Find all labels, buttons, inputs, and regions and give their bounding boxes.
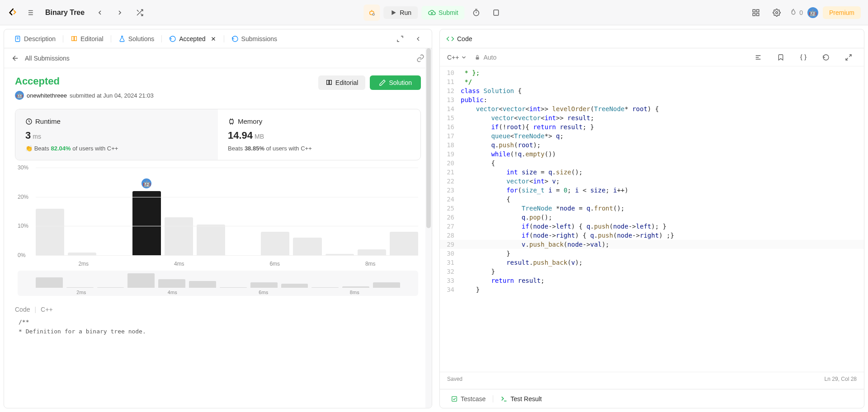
- all-submissions-link[interactable]: All Submissions: [25, 55, 70, 62]
- code-line[interactable]: 18 q.push(root);: [440, 140, 864, 150]
- minimap-bar: [66, 287, 94, 288]
- chart-bar[interactable]: [293, 238, 321, 255]
- debug-button[interactable]: [363, 5, 380, 21]
- tab-solutions[interactable]: Solutions: [114, 33, 159, 45]
- collapse-left-icon[interactable]: [410, 31, 426, 47]
- chart-bar[interactable]: [197, 225, 225, 255]
- back-arrow-icon[interactable]: [11, 54, 19, 62]
- code-line[interactable]: 22 vector<int> v;: [440, 177, 864, 186]
- code-line[interactable]: 20 {: [440, 159, 864, 168]
- code-line[interactable]: 24 {: [440, 195, 864, 204]
- tab-submissions[interactable]: Submissions: [227, 33, 282, 45]
- code-line[interactable]: 15 vector<vector<int>> result;: [440, 113, 864, 122]
- history-icon: [169, 35, 176, 42]
- maximize-icon[interactable]: [392, 31, 408, 47]
- editorial-button[interactable]: Editorial: [318, 75, 366, 90]
- chart-bar[interactable]: 🤖: [132, 191, 161, 255]
- premium-button[interactable]: Premium: [823, 6, 861, 19]
- topbar-left: Binary Tree: [7, 5, 148, 21]
- memory-card[interactable]: Memory 14.94MB Beats 38.85% of users wit…: [218, 109, 420, 160]
- code-line[interactable]: 30 }: [440, 249, 864, 258]
- code-line[interactable]: 32 }: [440, 267, 864, 276]
- prev-problem-icon[interactable]: [92, 5, 108, 21]
- minimap-xlabels: 2ms4ms6ms8ms: [36, 290, 400, 295]
- reset-icon[interactable]: [818, 49, 834, 66]
- cloud-upload-icon: [428, 9, 436, 17]
- chart-bar[interactable]: [261, 232, 289, 255]
- braces-icon[interactable]: [795, 49, 811, 66]
- settings-icon[interactable]: [769, 5, 785, 21]
- code-line[interactable]: 31 result.push_back(v);: [440, 258, 864, 267]
- accepted-meta: 🤖 onewhitethreee submitted at Jun 04, 20…: [15, 91, 154, 100]
- code-line[interactable]: 17 queue<TreeNode*> q;: [440, 131, 864, 140]
- auto-label[interactable]: Auto: [474, 54, 496, 61]
- code-line[interactable]: 14 vector<vector<int>> levelOrder(TreeNo…: [440, 104, 864, 113]
- submitted-at: submitted at Jun 04, 2024 21:03: [70, 92, 154, 99]
- language-select[interactable]: C++: [447, 54, 467, 61]
- tab-editorial[interactable]: Editorial: [66, 33, 108, 45]
- layout-icon[interactable]: [748, 5, 764, 21]
- line-number: 23: [440, 186, 461, 195]
- code-line[interactable]: 16 if(!root){ return result; }: [440, 122, 864, 131]
- code-line[interactable]: 34 }: [440, 285, 864, 294]
- check-square-icon: [451, 395, 458, 403]
- line-number: 22: [440, 177, 461, 186]
- problem-list-icon[interactable]: [22, 5, 38, 21]
- leetcode-logo[interactable]: [7, 7, 18, 18]
- editorial-button-label: Editorial: [335, 79, 359, 86]
- svg-rect-42: [452, 396, 457, 401]
- code-editor[interactable]: 10 * };11 */12class Solution {13public:1…: [440, 66, 864, 372]
- solution-button[interactable]: Solution: [370, 75, 421, 90]
- code-line[interactable]: 10 * };: [440, 68, 864, 77]
- streak[interactable]: 0: [789, 9, 803, 17]
- tab-description[interactable]: Description: [9, 33, 60, 45]
- share-icon[interactable]: [416, 54, 425, 62]
- code-line[interactable]: 28 if(node->right) { q.push(node->right)…: [440, 231, 864, 240]
- code-panel-title: Code: [457, 35, 472, 42]
- username[interactable]: onewhitethreee: [27, 92, 67, 99]
- code-line[interactable]: 25 TreeNode *node = q.front();: [440, 204, 864, 213]
- line-number: 33: [440, 276, 461, 285]
- tab-testcase-label: Testcase: [461, 395, 486, 403]
- timer-icon[interactable]: [468, 5, 485, 21]
- run-button[interactable]: Run: [383, 6, 418, 19]
- scrollbar[interactable]: [425, 48, 432, 408]
- notes-icon[interactable]: [488, 5, 505, 21]
- code-line[interactable]: 27 if(node->left) { q.push(node->left); …: [440, 222, 864, 231]
- user-avatar[interactable]: 🤖: [807, 7, 818, 18]
- code-icon: [446, 35, 454, 43]
- runtime-card[interactable]: Runtime 3ms 👏 Beats 82.04% of users with…: [15, 109, 218, 160]
- code-line[interactable]: 29 v.push_back(node->val);: [440, 240, 864, 249]
- minimap-bar: [373, 282, 400, 288]
- code-line[interactable]: 19 while(!q.empty()): [440, 150, 864, 159]
- code-line[interactable]: 12class Solution {: [440, 86, 864, 95]
- next-problem-icon[interactable]: [112, 5, 128, 21]
- tab-separator: [161, 35, 162, 42]
- chart-bar[interactable]: [358, 249, 386, 255]
- chart-xlabel: 2ms: [78, 261, 89, 267]
- code-line[interactable]: 23 for(size_t i = 0; i < size; i++): [440, 186, 864, 195]
- chart-bar[interactable]: [36, 209, 64, 255]
- format-icon[interactable]: [750, 49, 766, 66]
- chart-bar[interactable]: [165, 217, 193, 255]
- bookmark-icon[interactable]: [773, 49, 789, 66]
- tab-testcase[interactable]: Testcase: [446, 393, 490, 405]
- submit-button[interactable]: Submit: [421, 6, 465, 19]
- code-line[interactable]: 21 int size = q.size();: [440, 168, 864, 177]
- svg-rect-19: [753, 9, 755, 12]
- code-line[interactable]: 13public:: [440, 95, 864, 104]
- fullscreen-icon[interactable]: [840, 49, 857, 66]
- tab-accepted[interactable]: Accepted: [165, 33, 221, 45]
- problem-title[interactable]: Binary Tree: [45, 9, 85, 17]
- subbar: All Submissions: [4, 48, 432, 68]
- tab-description-label: Description: [24, 35, 56, 42]
- code-line[interactable]: 11 */: [440, 77, 864, 86]
- runtime-value: 3ms: [25, 130, 208, 141]
- chart-bar[interactable]: [390, 232, 418, 255]
- close-icon[interactable]: [210, 36, 217, 42]
- tab-test-result[interactable]: Test Result: [496, 393, 546, 405]
- code-line[interactable]: 33 return result;: [440, 276, 864, 285]
- shuffle-icon[interactable]: [132, 5, 148, 21]
- code-line[interactable]: 26 q.pop();: [440, 213, 864, 222]
- chart-minimap[interactable]: 2ms4ms6ms8ms: [18, 271, 418, 296]
